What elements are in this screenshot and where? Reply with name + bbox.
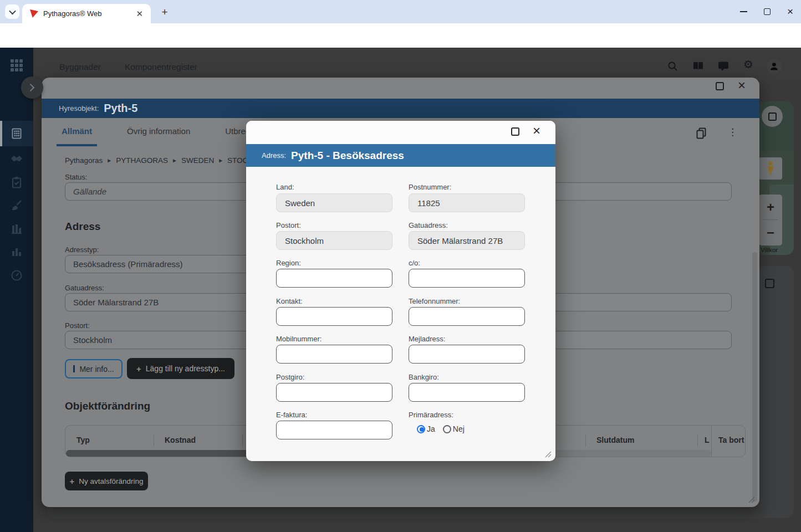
gear-icon[interactable]: ⚙ <box>743 58 753 71</box>
chat-icon[interactable] <box>718 61 729 71</box>
mobilnummer-field[interactable] <box>276 345 392 364</box>
browser-tab[interactable]: Pythagoras® Web ✕ <box>22 4 151 23</box>
background-card-bottom <box>47 507 767 519</box>
modal-header: Hyresobjekt: Pyth-5 <box>42 99 759 118</box>
chevron-right-icon <box>27 84 34 91</box>
mejladress-field[interactable] <box>409 345 525 364</box>
pegman-icon <box>766 161 775 176</box>
postgiro-field[interactable] <box>276 383 392 402</box>
handshake-icon[interactable] <box>0 146 33 171</box>
region-field[interactable] <box>276 269 392 288</box>
person-icon <box>769 62 779 71</box>
new-contract-change-button[interactable]: + Ny avtalsförändring <box>65 472 148 490</box>
resize-handle-icon[interactable] <box>746 494 755 503</box>
sidebar-expand-button[interactable] <box>21 76 43 99</box>
breadcrumb-item[interactable]: SWEDEN <box>181 156 214 165</box>
add-address-type-button[interactable]: + Lägg till ny adresstyp... <box>127 358 234 379</box>
map-fullscreen-button[interactable] <box>762 106 783 127</box>
window-minimize-button[interactable] <box>740 11 747 12</box>
column-separator <box>154 434 154 447</box>
mer-info-label: Mer info... <box>79 365 114 374</box>
tab-search-button[interactable] <box>5 4 19 19</box>
copy-pages-icon[interactable] <box>696 127 707 140</box>
address-modal-maximize-button[interactable] <box>511 127 519 136</box>
efaktura-field[interactable] <box>276 421 392 439</box>
clipboard-icon[interactable] <box>0 170 33 195</box>
co-label: c/o: <box>409 259 420 267</box>
zoom-in-button[interactable]: + <box>759 195 782 219</box>
col-header-slutdatum[interactable]: Slutdatum <box>596 436 634 444</box>
sidebar-apps-grid-icon[interactable] <box>0 53 33 78</box>
info-icon <box>73 365 75 372</box>
mejladress-label: Mejladress: <box>409 335 445 343</box>
breadcrumb-item[interactable]: Pythagoras <box>65 156 103 165</box>
tab-close-icon[interactable]: ✕ <box>134 9 145 19</box>
radio-ja-label: Ja <box>427 424 435 433</box>
modal-kebab-icon[interactable]: ⋮ <box>728 126 737 138</box>
address-modal-title-label: Adress: <box>262 151 286 160</box>
region-label: Region: <box>276 259 301 267</box>
modal-maximize-button[interactable] <box>716 82 724 90</box>
gatuadress-label: Gatuadress: <box>65 284 104 292</box>
new-tab-button[interactable]: + <box>157 5 172 19</box>
map-terms-link[interactable]: Villkor <box>761 247 778 253</box>
broom-icon[interactable] <box>0 193 33 218</box>
gatuadress-label: Gatuadress: <box>409 221 448 229</box>
modal-tabs: Allmänt Övrig information Utbredning <box>57 126 271 146</box>
plus-icon: + <box>69 477 74 486</box>
address-modal-close-button[interactable]: × <box>533 123 540 139</box>
col-header-ta-bort[interactable]: Ta bort <box>718 436 744 444</box>
postort-field[interactable] <box>276 231 392 250</box>
bar-chart-icon[interactable] <box>0 239 33 264</box>
land-field[interactable] <box>276 193 392 212</box>
resize-handle-icon[interactable] <box>543 449 552 458</box>
modal-close-button[interactable]: × <box>738 78 746 93</box>
tab-ovrig-information[interactable]: Övrig information <box>122 126 195 146</box>
app-profile-avatar[interactable] <box>767 59 782 74</box>
map-pegman-button[interactable] <box>759 157 782 180</box>
bankgiro-field[interactable] <box>409 383 525 402</box>
col-header-truncated[interactable]: L <box>705 436 710 444</box>
mer-info-button[interactable]: Mer info... <box>65 359 123 378</box>
nav-item-byggnader[interactable]: Byggnader <box>59 62 101 72</box>
factory-icon[interactable] <box>0 217 33 241</box>
maximize-icon[interactable] <box>765 279 774 288</box>
tab-title: Pythagoras® Web <box>43 9 134 18</box>
breadcrumb: Pythagoras ► PYTHAGORAS ► SWEDEN ► STOCK… <box>65 156 268 165</box>
radio-selected-icon <box>417 425 425 433</box>
zoom-out-button[interactable]: − <box>759 220 782 245</box>
radio-nej[interactable]: Nej <box>443 424 465 433</box>
new-contract-change-label: Ny avtalsförändring <box>79 477 143 485</box>
window-close-button[interactable]: × <box>787 8 793 15</box>
breadcrumb-item[interactable]: PYTHAGORAS <box>116 156 168 165</box>
gatuadress-field[interactable] <box>409 231 525 250</box>
address-section-heading: Adress <box>65 221 100 233</box>
vertical-scrollbar-thumb[interactable] <box>752 252 757 502</box>
address-modal-header: Adress: Pyth-5 - Besöksadress <box>246 144 555 167</box>
breadcrumb-separator: ► <box>106 157 112 163</box>
kontakt-field[interactable] <box>276 307 392 326</box>
radio-nej-label: Nej <box>453 424 465 433</box>
nav-item-komponentregister[interactable]: Komponentregister <box>125 62 197 72</box>
gauge-icon[interactable] <box>0 263 33 288</box>
postnummer-field[interactable] <box>409 193 525 212</box>
search-icon[interactable] <box>667 61 678 71</box>
modal-title-label: Hyresobjekt: <box>59 104 99 112</box>
co-field[interactable] <box>409 269 525 288</box>
radio-ja[interactable]: Ja <box>417 424 435 433</box>
col-header-kostnad[interactable]: Kostnad <box>165 436 196 444</box>
col-header-typ[interactable]: Typ <box>76 436 90 444</box>
telefonnummer-field[interactable] <box>409 307 525 326</box>
postgiro-label: Postgiro: <box>276 373 304 381</box>
bankgiro-label: Bankgiro: <box>409 373 439 381</box>
window-maximize-button[interactable] <box>764 8 771 15</box>
tab-allmant[interactable]: Allmänt <box>57 126 97 146</box>
book-icon[interactable] <box>692 61 704 71</box>
status-label: Status: <box>65 173 87 181</box>
background-card <box>757 266 794 518</box>
kontakt-label: Kontakt: <box>276 297 303 305</box>
adresstyp-label: Adresstyp: <box>65 245 99 254</box>
building-icon[interactable] <box>0 121 33 146</box>
breadcrumb-separator: ► <box>172 157 177 163</box>
chevron-down-icon <box>9 7 16 14</box>
